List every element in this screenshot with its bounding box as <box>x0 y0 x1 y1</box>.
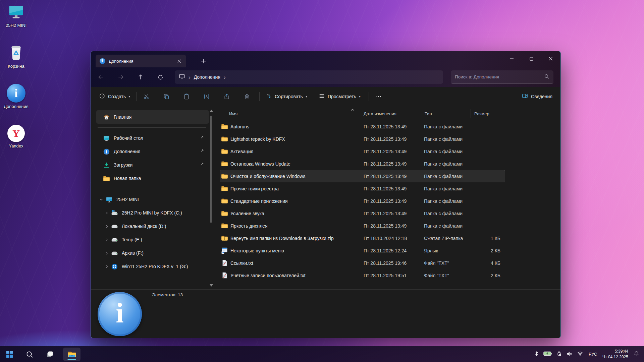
sidebar-drive-item[interactable]: Temp (E:) <box>96 233 209 246</box>
sort-button[interactable]: Сортировать ▾ <box>262 90 311 103</box>
notifications-bell-icon[interactable] <box>634 351 639 358</box>
chevron-collapsed-icon[interactable] <box>104 265 110 268</box>
file-name: Стандартные приложения <box>230 198 288 204</box>
file-row[interactable]: Очистка и обслуживание Windows Пт 28.11.… <box>220 170 505 182</box>
file-row[interactable]: Lightshot repack by KDFX Пт 28.11.2025 1… <box>220 133 505 145</box>
file-date-modified: Пт 28.11.2025 19:51 <box>360 273 421 278</box>
desktop-icon-recycle-bin[interactable]: Корзина <box>0 42 32 69</box>
file-row[interactable]: Активация Пт 28.11.2025 13:49 Папка с фа… <box>220 145 505 158</box>
file-row[interactable]: Усиление звука Пт 28.11.2025 13:49 Папка… <box>220 207 505 220</box>
file-type: Папка с файлами <box>421 136 471 142</box>
more-options-icon[interactable] <box>372 90 386 103</box>
refresh-icon[interactable] <box>154 71 167 83</box>
paste-icon[interactable] <box>179 90 194 103</box>
file-row[interactable]: Ссылки.txt Пт 28.11.2025 19:46 Файл "TXT… <box>220 257 505 269</box>
home-icon <box>103 114 110 121</box>
search-icon[interactable] <box>544 74 549 80</box>
sort-ascending-icon <box>351 107 355 113</box>
sidebar-pinned-item[interactable]: Загрузки <box>96 158 209 172</box>
chevron-collapsed-icon[interactable] <box>104 211 110 215</box>
sidebar-pinned-item[interactable]: Рабочий стол <box>96 131 209 145</box>
windows-disc-icon <box>111 263 118 270</box>
file-row[interactable]: Учётные записи пользователей.txt Пт 28.1… <box>220 269 505 282</box>
column-header-name[interactable]: Имя <box>220 109 360 118</box>
sidebar-item-label: 25H2 Pro MINI by KDFX (C:) <box>122 210 182 216</box>
rename-icon[interactable] <box>200 90 214 103</box>
details-pane-button[interactable]: Сведения <box>518 90 556 103</box>
sidebar-drive-item[interactable]: 25H2 Pro MINI by KDFX (C:) <box>96 206 209 220</box>
file-date-modified: Пт 28.11.2025 13:49 <box>360 211 421 216</box>
file-row[interactable]: Яркость дисплея Пт 28.11.2025 13:49 Папк… <box>220 220 505 232</box>
file-type-icon <box>221 259 228 266</box>
file-size: 1 КБ <box>471 236 505 241</box>
monitor-icon <box>7 3 25 21</box>
delete-icon[interactable] <box>240 90 254 103</box>
explorer-tab[interactable]: i Дополнения <box>96 55 186 67</box>
chevron-collapsed-icon[interactable] <box>104 251 110 255</box>
clock[interactable]: 5:39:44 Чт 04.12.2025 <box>602 349 628 360</box>
language-indicator[interactable]: РУС <box>588 352 598 357</box>
chevron-right-icon[interactable]: › <box>224 74 226 80</box>
new-tab-button[interactable] <box>199 57 208 65</box>
sidebar-drive-item[interactable]: Win11 25H2 Pro KDFX v_1 (G:) <box>96 260 209 273</box>
chevron-collapsed-icon[interactable] <box>104 238 110 242</box>
desktop-icon-yandex[interactable]: Y Yandex <box>0 125 32 149</box>
wifi-icon[interactable] <box>577 351 583 358</box>
desktop-icon-dopolneniya[interactable]: i Дополнения <box>0 84 32 109</box>
back-icon[interactable] <box>94 71 108 83</box>
file-type-icon <box>221 222 228 229</box>
file-row[interactable]: Autoruns Пт 28.11.2025 13:49 Папка с фай… <box>220 120 505 133</box>
scroll-down-icon[interactable] <box>210 284 213 287</box>
column-header-date[interactable]: Дата изменения <box>360 109 421 118</box>
file-name: Ссылки.txt <box>230 260 253 266</box>
create-button[interactable]: Создать ▾ <box>96 90 133 103</box>
file-row[interactable]: Стандартные приложения Пт 28.11.2025 13:… <box>220 195 505 207</box>
up-icon[interactable] <box>134 71 147 83</box>
cut-icon[interactable] <box>139 90 153 103</box>
chevron-expanded-icon[interactable] <box>98 197 104 201</box>
usb-safely-remove-icon[interactable] <box>556 351 562 358</box>
chevron-collapsed-icon[interactable] <box>104 225 110 228</box>
maximize-button[interactable] <box>522 51 541 66</box>
minimize-button[interactable] <box>502 51 522 66</box>
file-type-icon <box>221 197 228 204</box>
download-icon <box>103 162 110 169</box>
sidebar-drive-item[interactable]: Архив (F:) <box>96 246 209 260</box>
copy-icon[interactable] <box>159 90 173 103</box>
start-button[interactable] <box>3 348 16 361</box>
file-explorer-button[interactable] <box>63 348 80 361</box>
forward-icon[interactable] <box>114 71 127 83</box>
file-row[interactable]: Прочие твики реестра Пт 28.11.2025 13:49… <box>220 182 505 195</box>
this-pc-icon[interactable] <box>179 73 185 81</box>
sidebar-tree-root[interactable]: 25H2 MINI <box>96 193 209 206</box>
view-button[interactable]: Просмотреть ▾ <box>315 90 364 103</box>
details-label: Сведения <box>531 94 552 99</box>
file-row[interactable]: Некоторые пункты меню Пт 28.11.2025 12:2… <box>220 244 505 257</box>
sidebar-drive-item[interactable]: Локальный диск (D:) <box>96 220 209 233</box>
column-header-size[interactable]: Размер <box>471 109 505 118</box>
scroll-up-icon[interactable] <box>210 110 213 112</box>
breadcrumb-path[interactable]: Дополнения <box>194 74 220 80</box>
tab-close-icon[interactable] <box>175 57 183 65</box>
this-pc-icon <box>106 196 113 203</box>
file-type-icon <box>221 210 228 217</box>
file-size: 2 КБ <box>471 248 505 253</box>
battery-icon[interactable] <box>543 351 552 358</box>
search-button[interactable] <box>23 348 36 361</box>
breadcrumb[interactable]: › Дополнения › <box>175 70 443 84</box>
share-icon[interactable] <box>220 90 234 103</box>
close-button[interactable] <box>541 51 560 66</box>
column-header-type[interactable]: Тип <box>421 109 471 118</box>
scrollbar-thumb[interactable] <box>210 116 212 223</box>
bluetooth-icon[interactable] <box>534 351 539 358</box>
sidebar-pinned-item[interactable]: Новая папка <box>96 172 209 185</box>
sidebar-pinned-item[interactable]: Дополнения <box>96 145 209 158</box>
search-input[interactable]: Поиск в: Дополнения <box>451 70 553 84</box>
volume-icon[interactable] <box>566 351 573 358</box>
file-row[interactable]: Вернуть имя папки из Downloads в Загрузк… <box>220 232 505 244</box>
sidebar-scrollbar[interactable] <box>209 108 213 289</box>
task-view-button[interactable] <box>43 348 56 361</box>
sidebar-item-home[interactable]: Главная <box>96 110 209 124</box>
file-row[interactable]: Остановка Windows Update Пт 28.11.2025 1… <box>220 158 505 170</box>
desktop-icon-25h2-mini[interactable]: 25H2 MINI <box>0 3 32 28</box>
